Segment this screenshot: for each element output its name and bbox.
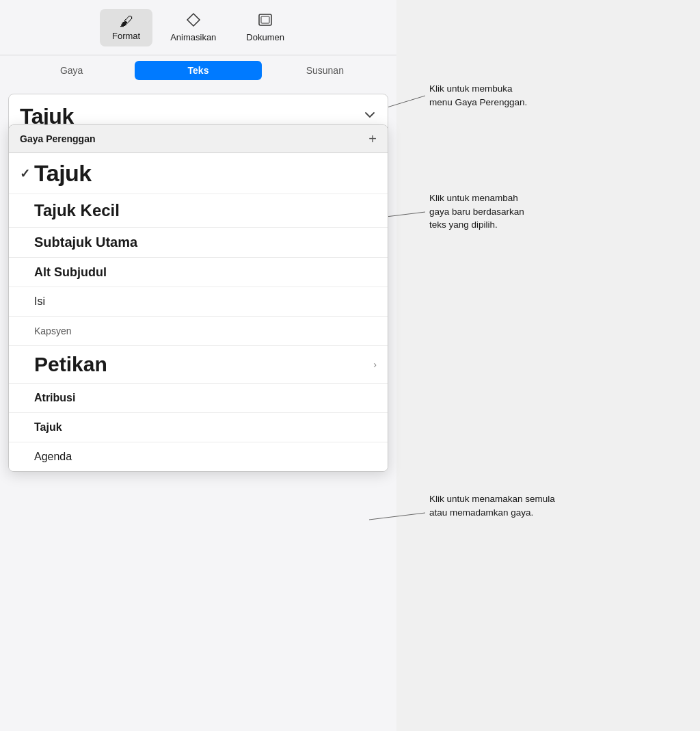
animasikan-button[interactable]: Animasikan (158, 7, 228, 48)
dropdown-header: Gaya Perenggan + (9, 125, 388, 153)
style-item-label: Isi (34, 295, 377, 308)
style-list: ✓ Tajuk ✓ Tajuk Kecil ✓ Subtajuk Utama ✓… (9, 153, 388, 471)
toolbar: 🖌 Format Animasikan Dokumen (0, 0, 396, 55)
style-item-label: Petikan (34, 353, 373, 376)
style-item-agenda[interactable]: ✓ Agenda (9, 442, 388, 471)
style-selector-arrow (363, 108, 377, 125)
style-item-label: Subtajuk Utama (34, 235, 377, 250)
style-item-petikan[interactable]: ✓ Petikan › (9, 346, 388, 384)
style-item-label: Agenda (34, 451, 377, 463)
style-item-tajuk-footer[interactable]: ✓ Tajuk (9, 413, 388, 442)
dokumen-icon (258, 12, 273, 29)
svg-rect-1 (261, 16, 269, 23)
dokumen-button[interactable]: Dokumen (234, 7, 297, 48)
annotation-1: Klik untuk membukamenu Gaya Perenggan. (429, 82, 527, 109)
style-item-alt-subjudul[interactable]: ✓ Alt Subjudul (9, 258, 388, 287)
format-button[interactable]: 🖌 Format (100, 9, 152, 46)
animasikan-label: Animasikan (170, 32, 216, 42)
style-item-tajuk-active[interactable]: ✓ Tajuk (9, 153, 388, 194)
style-item-label: Tajuk Kecil (34, 201, 377, 220)
format-icon: 🖌 (120, 14, 133, 28)
style-item-kapsyen[interactable]: ✓ Kapsyen (9, 317, 388, 346)
style-item-label: Tajuk (34, 421, 377, 434)
annotation-2: Klik untuk menambahgaya baru berdasarkan… (429, 191, 524, 232)
checkmark-icon: ✓ (20, 166, 30, 181)
chevron-right-icon: › (373, 359, 377, 370)
tab-gaya[interactable]: Gaya (8, 61, 135, 80)
dropdown-header-title: Gaya Perenggan (20, 133, 96, 144)
format-label: Format (112, 31, 140, 41)
annotation-3: Klik untuk menamakan semulaatau memadamk… (429, 492, 555, 519)
style-item-atribusi[interactable]: ✓ Atribusi (9, 384, 388, 413)
tab-susunan[interactable]: Susunan (262, 61, 388, 80)
dropdown-panel: Gaya Perenggan + ✓ Tajuk ✓ Tajuk Kecil ✓… (8, 124, 388, 472)
annotation-1-text: Klik untuk membukamenu Gaya Perenggan. (429, 83, 527, 107)
style-item-isi[interactable]: ✓ Isi (9, 287, 388, 317)
add-style-button[interactable]: + (368, 132, 377, 146)
style-item-label: Alt Subjudul (34, 265, 377, 280)
annotation-3-text: Klik untuk menamakan semulaatau memadamk… (429, 494, 555, 518)
tab-teks[interactable]: Teks (135, 61, 261, 80)
style-item-subtajuk-utama[interactable]: ✓ Subtajuk Utama (9, 228, 388, 258)
annotation-2-text: Klik untuk menambahgaya baru berdasarkan… (429, 193, 524, 230)
tabbar: Gaya Teks Susunan (0, 55, 396, 85)
style-item-label: Kapsyen (34, 325, 377, 336)
animasikan-icon (186, 12, 201, 29)
style-item-label: Atribusi (34, 392, 377, 404)
style-item-label: Tajuk (34, 160, 377, 187)
dokumen-label: Dokumen (246, 32, 284, 42)
sidebar-panel: 🖌 Format Animasikan Dokumen Gaya (0, 0, 396, 731)
style-item-tajuk-kecil[interactable]: ✓ Tajuk Kecil (9, 194, 388, 228)
